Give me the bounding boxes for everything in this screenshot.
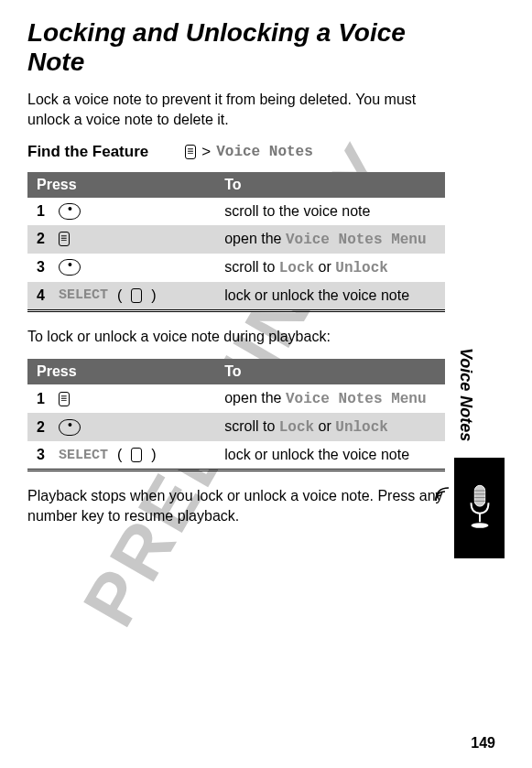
to-mono: Voice Notes Menu [286, 391, 427, 407]
press-cell: 4SELECT () [37, 287, 206, 304]
nav-icon [59, 259, 81, 276]
table-row: 4SELECT ()lock or unlock the voice note [27, 282, 445, 311]
to-cell: lock or unlock the voice note [215, 441, 445, 471]
to-text: scroll to [224, 418, 279, 434]
nav-icon [59, 419, 81, 436]
to-text: open the [224, 231, 286, 246]
col-to: To [215, 359, 445, 384]
table-row: 2open the Voice Notes Menu [27, 225, 445, 254]
step-number: 4 [37, 287, 49, 304]
step-number: 2 [37, 419, 49, 436]
step-number: 3 [37, 447, 49, 463]
to-cell: lock or unlock the voice note [215, 282, 445, 311]
find-the-feature-row: Find the Feature > Voice Notes [27, 143, 445, 161]
steps-table-2: Press To 1open the Voice Notes Menu2scro… [27, 359, 445, 471]
page-title: Locking and Unlocking a Voice Note [27, 18, 445, 77]
to-text: open the [224, 390, 286, 406]
feature-path: > Voice Notes [185, 143, 313, 161]
table-row: 2scroll to Lock or Unlock [27, 413, 445, 441]
table-row: 1scroll to the voice note [27, 198, 445, 225]
to-mono: Unlock [335, 419, 388, 436]
intro-paragraph: Lock a voice note to prevent it from bei… [27, 90, 445, 129]
step-number: 2 [37, 231, 49, 247]
to-text: lock or unlock the voice note [224, 287, 409, 303]
microphone-icon [462, 481, 497, 535]
feature-menu-name: Voice Notes [216, 144, 313, 160]
table-row: 3scroll to Lock or Unlock [27, 254, 445, 282]
after-tables-text: Playback stops when you lock or unlock a… [27, 486, 445, 525]
step-number: 3 [37, 259, 49, 276]
press-cell: 2 [37, 419, 206, 436]
to-text: scroll to [224, 259, 279, 275]
to-text: lock or unlock the voice note [224, 447, 409, 462]
step-number: 1 [37, 203, 49, 220]
table-row: 3SELECT ()lock or unlock the voice note [27, 441, 445, 471]
svg-rect-0 [474, 485, 484, 506]
select-label: SELECT [59, 287, 108, 303]
svg-point-6 [471, 523, 488, 528]
gt-symbol: > [201, 143, 211, 161]
menu-icon [59, 232, 70, 246]
to-mono: Unlock [335, 260, 388, 276]
between-tables-text: To lock or unlock a voice note during pl… [27, 327, 445, 347]
menu-icon [185, 145, 196, 159]
side-tab-label: Voice Notes [456, 348, 475, 441]
side-tab-block [454, 458, 505, 558]
press-cell: 1 [37, 391, 206, 407]
press-cell: 1 [37, 203, 206, 220]
to-cell: scroll to Lock or Unlock [215, 254, 445, 282]
col-press: Press [27, 172, 215, 198]
press-cell: 3 [37, 259, 206, 276]
menu-icon [59, 392, 70, 406]
press-cell: 2 [37, 231, 206, 247]
to-text: or [314, 418, 335, 434]
to-cell: scroll to the voice note [215, 198, 445, 225]
to-text: scroll to the voice note [224, 203, 370, 219]
steps-table-1: Press To 1scroll to the voice note2open … [27, 172, 445, 312]
softkey-icon [131, 448, 142, 462]
col-to: To [215, 172, 445, 198]
softkey-icon [131, 288, 142, 303]
feature-label: Find the Feature [27, 143, 148, 161]
to-text: or [314, 259, 335, 275]
step-number: 1 [37, 391, 49, 407]
signal-icon [433, 485, 451, 508]
table-row: 1open the Voice Notes Menu [27, 384, 445, 413]
to-mono: Lock [279, 260, 314, 276]
to-cell: scroll to Lock or Unlock [215, 413, 445, 441]
select-label: SELECT [59, 448, 108, 463]
to-cell: open the Voice Notes Menu [215, 225, 445, 254]
to-mono: Voice Notes Menu [286, 232, 427, 248]
col-press: Press [27, 359, 215, 384]
to-mono: Lock [279, 419, 314, 436]
to-cell: open the Voice Notes Menu [215, 384, 445, 413]
page-number: 149 [471, 735, 495, 752]
nav-icon [59, 203, 81, 220]
page-content: Locking and Unlocking a Voice Note Lock … [0, 0, 532, 557]
press-cell: 3SELECT () [37, 447, 206, 463]
